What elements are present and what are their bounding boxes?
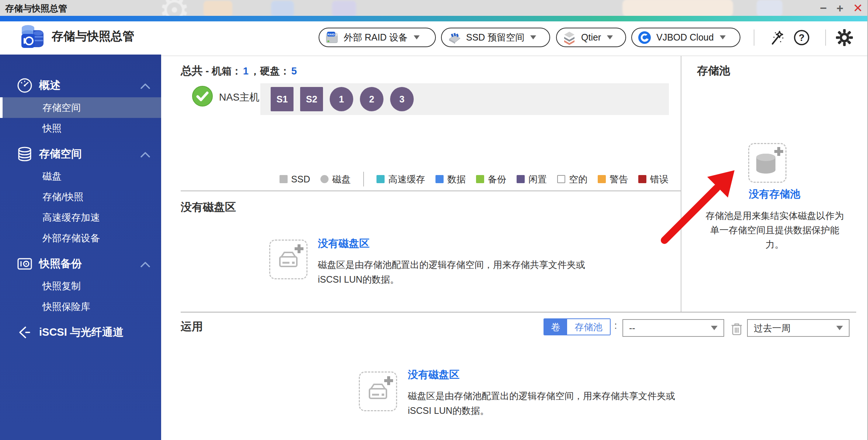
- toggle-pool-button[interactable]: 存储池: [567, 319, 610, 335]
- legend-swatch: [280, 175, 288, 183]
- sidebar-item-storage-snapshots[interactable]: 存储/快照: [0, 186, 161, 207]
- background-app-icon: [204, 1, 232, 16]
- legend-swatch: [557, 175, 565, 183]
- snapshot-camera-icon: [16, 255, 33, 272]
- usage-heading: 运用: [181, 319, 203, 334]
- no-volume-heading: 没有磁盘区: [181, 200, 236, 215]
- sidebar-item-label: 快照保险库: [42, 300, 90, 313]
- no-pool-link[interactable]: 没有存储池: [681, 187, 868, 201]
- external-raid-dropdown[interactable]: RAID 外部 RAID 设备: [319, 28, 436, 47]
- storage-pool-heading: 存储池: [697, 63, 730, 78]
- volume-description-line2: iSCSI LUN的数据。: [318, 272, 585, 287]
- sidebar-item-label: 存储空间: [39, 147, 82, 161]
- disk-label: ，硬盘：: [250, 66, 290, 77]
- sidebar-item-label: 概述: [39, 78, 60, 93]
- sidebar: 概述 存储空间 快照 存储空间 磁盘 存储/快照 高速缓存加速 外部存储设备: [0, 55, 161, 440]
- drive-slot-2[interactable]: 2: [360, 87, 383, 111]
- no-volume-link[interactable]: 没有磁盘区: [318, 237, 369, 251]
- background-app-icon: [271, 1, 294, 16]
- sidebar-item-label: 高速缓存加速: [42, 211, 100, 224]
- minimize-button[interactable]: −: [820, 2, 827, 14]
- sidebar-section-overview[interactable]: 概述: [0, 74, 161, 97]
- usage-target-value: --: [629, 323, 635, 334]
- disk-count: 5: [290, 66, 298, 77]
- sidebar-item-snapshot-overview[interactable]: 快照: [0, 118, 161, 139]
- accent-gradient-bar: [0, 16, 868, 21]
- background-app-icon: [757, 0, 782, 16]
- close-button[interactable]: ✕: [853, 2, 863, 14]
- drive-slot-1[interactable]: 1: [330, 87, 353, 111]
- maximize-button[interactable]: +: [837, 2, 844, 14]
- sidebar-item-storage-overview[interactable]: 存储空间: [0, 97, 161, 118]
- volume-description-line1: 磁盘区是由存储池配置出的逻辑存储空间，用来存储共享文件夹或: [318, 257, 585, 272]
- legend-swatch: [598, 175, 606, 183]
- magic-wand-icon: [767, 29, 784, 46]
- sidebar-item-snapshot-replica[interactable]: 快照复制: [0, 276, 161, 296]
- toggle-colon: :: [614, 320, 617, 331]
- sidebar-section-iscsi-fibre[interactable]: iSCSI 与光纤通道: [0, 321, 161, 344]
- legend-swatch: [517, 175, 525, 183]
- legend-item-backup: 备份: [476, 173, 506, 185]
- usage-period-value: 过去一周: [754, 322, 791, 334]
- wizard-button[interactable]: [766, 28, 785, 47]
- chevron-down-icon: [414, 35, 420, 39]
- dropdown-label: Qtier: [581, 32, 601, 43]
- drive-legend: SSD 磁盘 高速缓存 数据 备份 闲置 空的 警告: [280, 172, 669, 186]
- legend-item-error: 错误: [638, 173, 669, 185]
- ssd-overprovisioning-dropdown[interactable]: SSD 预留空间: [441, 28, 550, 47]
- legend-swatch: [638, 175, 646, 183]
- background-app-icon: [332, 1, 356, 16]
- usage-target-select[interactable]: --: [622, 319, 724, 337]
- sidebar-item-external-storage[interactable]: 外部存储设备: [0, 228, 161, 248]
- sidebar-section-storage[interactable]: 存储空间: [0, 142, 161, 166]
- legend-swatch: [376, 175, 385, 183]
- sidebar-section-snapshot-backup[interactable]: 快照备份: [0, 252, 161, 276]
- legend-label: 高速缓存: [388, 173, 425, 185]
- settings-button[interactable]: [835, 28, 854, 47]
- sidebar-item-disks[interactable]: 磁盘: [0, 166, 161, 186]
- sidebar-item-label: 磁盘: [42, 170, 62, 183]
- no-volume-link[interactable]: 没有磁盘区: [408, 368, 459, 382]
- window-title: 存储与快照总管: [5, 3, 67, 14]
- usage-period-select[interactable]: 过去一周: [747, 319, 850, 337]
- create-volume-icon: [359, 371, 397, 411]
- sidebar-item-snapshot-vault[interactable]: 快照保险库: [0, 296, 161, 317]
- content-top-border: [161, 56, 868, 56]
- legend-label: SSD: [291, 174, 310, 185]
- qtier-dropdown[interactable]: Qtier: [556, 28, 626, 47]
- legend-label: 数据: [447, 173, 466, 185]
- sidebar-item-label: 存储空间: [42, 101, 81, 114]
- database-icon: [16, 146, 33, 163]
- status-ok-icon: [192, 85, 213, 107]
- toggle-volume-button[interactable]: 卷: [544, 319, 567, 335]
- chevron-down-icon: [711, 326, 718, 330]
- titlebar: ⚙ 存储与快照总管 − + ✕: [0, 0, 868, 16]
- ssd-icon: [447, 30, 462, 45]
- section-divider: [181, 312, 856, 312]
- volume-description: 磁盘区是由存储池配置出的逻辑存储空间，用来存储共享文件夹或 iSCSI LUN的…: [318, 257, 585, 287]
- drive-slot-s2[interactable]: S2: [300, 87, 323, 111]
- vjbod-cloud-icon: [637, 30, 652, 45]
- vjbod-cloud-dropdown[interactable]: VJBOD Cloud: [631, 28, 740, 47]
- drive-slot-3[interactable]: 3: [390, 87, 414, 111]
- legend-label: 磁盘: [332, 173, 351, 185]
- help-button[interactable]: ?: [792, 28, 811, 47]
- usage-toggle: 卷 存储池: [544, 318, 611, 335]
- sidebar-item-cache-acceleration[interactable]: 高速缓存加速: [0, 207, 161, 228]
- background-app-icon: [622, 0, 733, 16]
- background-app-icon: ⚙: [159, 0, 190, 16]
- header-separator: [754, 29, 754, 46]
- gear-icon: [835, 28, 854, 47]
- gauge-icon: [16, 77, 33, 94]
- legend-item-empty: 空的: [557, 173, 587, 185]
- sidebar-item-label: iSCSI 与光纤通道: [39, 325, 124, 340]
- sidebar-item-label: 存储/快照: [42, 191, 83, 203]
- chevron-down-icon: [836, 326, 843, 330]
- drive-slot-s1[interactable]: S1: [271, 87, 294, 111]
- qtier-icon: [562, 30, 577, 45]
- clear-usage-button[interactable]: [729, 321, 744, 336]
- svg-text:RAID: RAID: [327, 33, 335, 36]
- legend-swatch: [476, 175, 484, 183]
- enclosure-summary: 总共 - 机箱：1，硬盘：5: [181, 63, 298, 78]
- enclosure-label: - 机箱：: [206, 66, 242, 77]
